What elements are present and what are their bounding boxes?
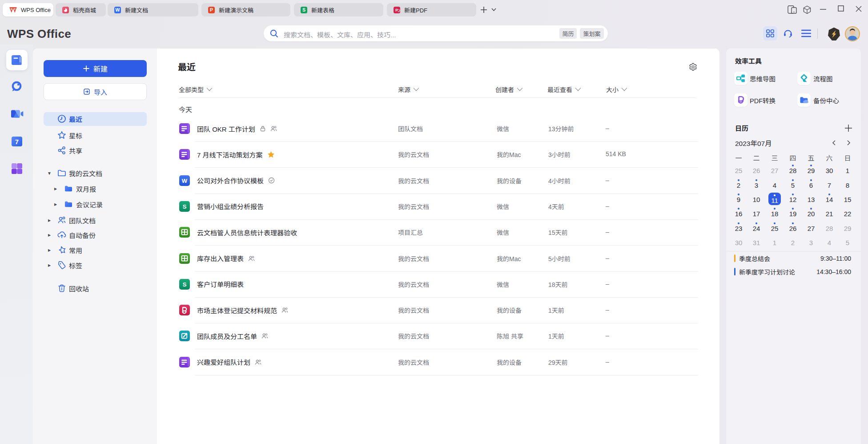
svg-text:P: P (395, 8, 398, 12)
svg-text:W: W (182, 178, 188, 184)
svg-text:S: S (183, 203, 187, 210)
svg-text:P: P (210, 7, 213, 12)
svg-text:S: S (302, 7, 305, 12)
svg-text:7: 7 (15, 138, 19, 145)
svg-text:W: W (116, 7, 120, 12)
svg-text:S: S (183, 281, 187, 288)
